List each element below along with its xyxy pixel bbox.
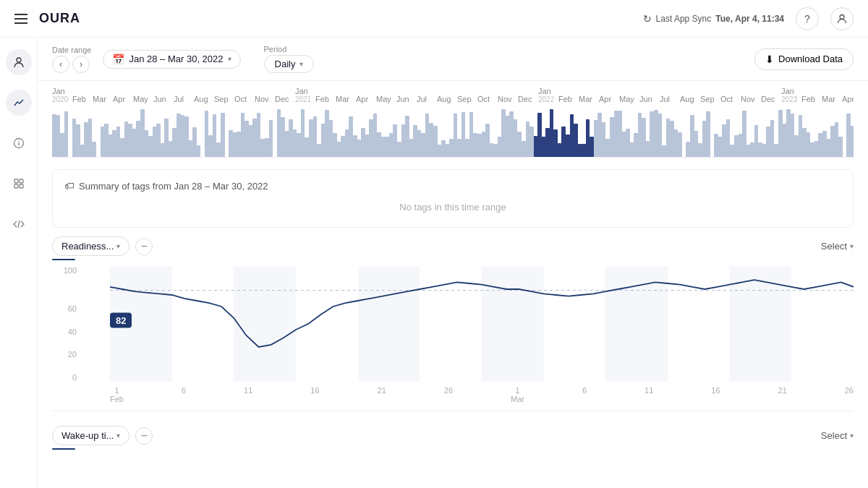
readiness-value-badge: 82 [110, 313, 132, 328]
readiness-dropdown[interactable]: Readiness... ▾ [52, 236, 129, 256]
oura-logo: OURA [39, 11, 80, 26]
download-icon: ⬇ [765, 53, 774, 65]
tags-header: 🏷 Summary of tags from Jan 28 – Mar 30, … [64, 180, 841, 192]
date-range-value: Jan 28 – Mar 30, 2022 [129, 53, 223, 64]
svg-rect-5 [14, 179, 18, 183]
sidebar [0, 38, 38, 488]
svg-point-1 [17, 58, 21, 62]
y-label-60: 60 [68, 304, 77, 313]
date-nav: ‹ › [52, 56, 91, 73]
user-button[interactable] [830, 7, 854, 30]
sync-icon: ↻ [643, 13, 652, 25]
wakeup-label: Wake-up ti... [61, 430, 114, 441]
x-tick: 11 [244, 386, 252, 403]
wakeup-select-label: Select [821, 430, 847, 441]
readiness-chart-inner: 82 [110, 266, 854, 382]
hamburger-menu[interactable] [14, 14, 27, 24]
x-tick: 16 [310, 386, 319, 403]
readiness-chart-area: 100 60 40 20 0 82 1Feb611162126 [52, 266, 854, 411]
wakeup-remove-button[interactable]: − [135, 427, 153, 445]
readiness-select-button[interactable]: Select ▾ [821, 241, 854, 252]
readiness-y-axis: 100 60 40 20 0 [52, 266, 81, 382]
readiness-chevron-icon: ▾ [116, 242, 120, 250]
svg-point-0 [840, 14, 844, 19]
x-tick: 6 [182, 386, 186, 403]
x-tick: 21 [778, 386, 787, 403]
calendar-icon: 📅 [112, 53, 124, 65]
tag-icon: 🏷 [64, 180, 75, 192]
sidebar-icon-profile[interactable] [6, 49, 32, 75]
readiness-select-chevron-icon: ▾ [850, 242, 854, 250]
tags-section: 🏷 Summary of tags from Jan 28 – Mar 30, … [52, 169, 854, 228]
sidebar-icon-trends[interactable] [6, 90, 32, 116]
sidebar-icon-code[interactable] [6, 211, 32, 237]
timeline-months: Jan2020FebMarAprMayJunJulAugSepOctNovDec… [52, 87, 854, 103]
x-tick: 6 [582, 386, 587, 403]
svg-rect-6 [20, 179, 23, 183]
period-selector[interactable]: Daily ▾ [264, 55, 315, 73]
timeline-chart[interactable] [52, 103, 854, 158]
svg-rect-8 [20, 184, 23, 188]
timeline-chart-container [38, 103, 868, 160]
x-tick: 11 [644, 386, 653, 403]
readiness-x-axis: 1Feb6111621261Mar611162126 [110, 382, 854, 403]
top-nav: OURA ↻ Last App Sync Tue, Apr 4, 11:34 ? [0, 0, 868, 38]
help-button[interactable]: ? [796, 7, 819, 30]
wakeup-header: Wake-up ti... ▾ − Select ▾ [52, 420, 854, 445]
period-label: Period [264, 45, 315, 53]
y-label-100: 100 [64, 266, 77, 275]
x-tick: 16 [711, 386, 720, 403]
download-data-button[interactable]: ⬇ Download Data [754, 48, 854, 70]
readiness-metric-line [52, 259, 75, 260]
date-range-selector[interactable]: 📅 Jan 28 – Mar 30, 2022 ▾ [103, 50, 240, 69]
svg-rect-7 [14, 184, 18, 188]
x-tick: 1Mar [511, 386, 524, 403]
date-next-button[interactable]: › [72, 56, 90, 73]
tags-summary-label: Summary of tags from Jan 28 – Mar 30, 20… [79, 181, 268, 192]
wakeup-select-chevron-icon: ▾ [850, 432, 854, 440]
no-tags-text: No tags in this time range [64, 197, 841, 217]
y-label-40: 40 [68, 328, 77, 336]
readiness-section: Readiness... ▾ − Select ▾ 100 60 40 2 [52, 236, 854, 411]
svg-line-9 [18, 221, 20, 228]
layout: Date range ‹ › 📅 Jan 28 – Mar 30, 2022 ▾… [0, 38, 868, 488]
nav-left: OURA [14, 11, 80, 26]
wakeup-select-button[interactable]: Select ▾ [821, 430, 854, 441]
readiness-label: Readiness... [61, 241, 114, 252]
toolbar: Date range ‹ › 📅 Jan 28 – Mar 30, 2022 ▾… [38, 38, 868, 81]
sync-date: Tue, Apr 4, 11:34 [715, 14, 784, 24]
x-tick: 26 [444, 386, 453, 403]
sidebar-icon-data[interactable] [6, 171, 32, 197]
wakeup-dropdown[interactable]: Wake-up ti... ▾ [52, 426, 129, 445]
period-chevron-icon: ▾ [299, 60, 303, 68]
svg-point-4 [18, 141, 19, 142]
wakeup-section: Wake-up ti... ▾ − Select ▾ [52, 411, 854, 450]
date-range-chevron-icon: ▾ [228, 55, 231, 63]
x-tick: 26 [845, 386, 854, 403]
date-prev-button[interactable]: ‹ [52, 56, 69, 73]
date-range-label: Date range [52, 46, 91, 54]
readiness-line-chart [110, 266, 854, 382]
x-tick: 21 [378, 386, 386, 403]
wakeup-metric-line [52, 448, 75, 450]
readiness-header: Readiness... ▾ − Select ▾ [52, 236, 854, 256]
sidebar-icon-info[interactable] [6, 130, 32, 156]
readiness-select-label: Select [821, 241, 847, 252]
y-label-20: 20 [68, 350, 77, 359]
sync-info: ↻ Last App Sync Tue, Apr 4, 11:34 [643, 13, 784, 25]
sync-label: Last App Sync [656, 14, 712, 24]
period-value: Daily [275, 59, 296, 69]
download-label: Download Data [778, 53, 843, 64]
x-tick: 1Feb [110, 386, 124, 403]
y-label-0: 0 [72, 373, 77, 382]
wakeup-chevron-icon: ▾ [116, 432, 120, 440]
readiness-remove-button[interactable]: − [135, 238, 153, 255]
nav-right: ↻ Last App Sync Tue, Apr 4, 11:34 ? [643, 7, 854, 30]
main-content: Date range ‹ › 📅 Jan 28 – Mar 30, 2022 ▾… [38, 38, 868, 488]
